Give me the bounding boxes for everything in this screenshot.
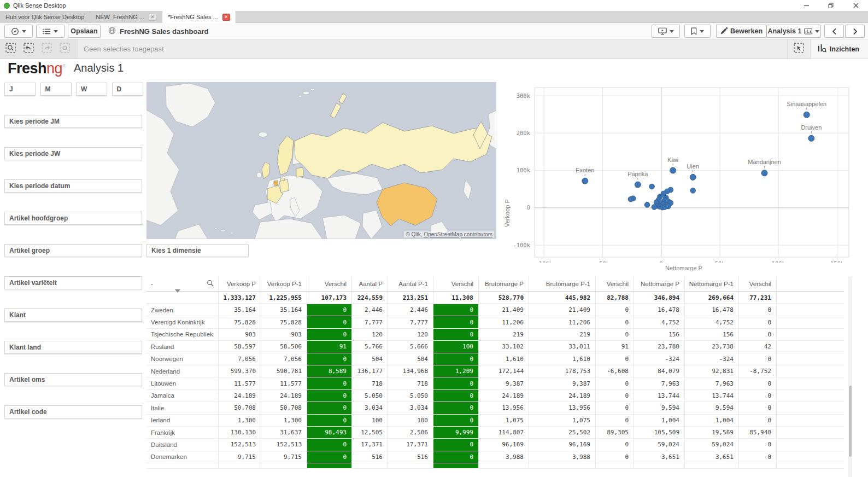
- filter-artikel-groep[interactable]: Artikel groep: [4, 244, 142, 257]
- scatter-chart[interactable]: Verkoop P -100k-50k050k100k150k300k200k1…: [503, 82, 865, 275]
- dimension-cell[interactable]: Nederland: [146, 365, 219, 377]
- filter-klant-land[interactable]: Klant land: [4, 341, 142, 354]
- dimension-cell[interactable]: Noorwegen: [146, 353, 219, 365]
- scatter-point[interactable]: [690, 188, 696, 194]
- window-title: Qlik Sense Desktop: [13, 2, 66, 9]
- navigation-menu-button[interactable]: [4, 25, 33, 38]
- measure-cell: 24,189: [261, 390, 307, 402]
- measure-cell: 0: [739, 377, 777, 389]
- filter-artikel-code[interactable]: Artikel code: [4, 405, 142, 418]
- dimension-cell[interactable]: Rusland: [146, 341, 219, 353]
- dimension-cell[interactable]: Frankrijk: [146, 427, 219, 439]
- insights-button[interactable]: Inzichten: [810, 39, 868, 59]
- measure-cell: 152,513: [219, 439, 261, 451]
- column-header-label: -: [151, 281, 153, 287]
- scatter-point-uien[interactable]: [690, 174, 696, 180]
- scatter-point-druiven[interactable]: [808, 135, 814, 141]
- previous-sheet-button[interactable]: [824, 25, 844, 38]
- filter-kies-periode-datum[interactable]: Kies periode datum: [4, 179, 142, 193]
- dimension-cell[interactable]: Duitsland: [146, 439, 219, 451]
- step-back-icon[interactable]: [24, 43, 34, 55]
- column-header-Verschil[interactable]: Verschil: [596, 276, 634, 292]
- measure-cell: 5,666: [388, 341, 433, 353]
- selections-tool-button[interactable]: [787, 39, 810, 59]
- dimension-cell[interactable]: Denemarken: [146, 451, 219, 463]
- column-header-Verschil[interactable]: Verschil: [433, 276, 479, 292]
- column-header-Brutomarge P[interactable]: Brutomarge P: [479, 276, 529, 292]
- map-canvas[interactable]: [146, 82, 496, 239]
- column-header--[interactable]: -: [146, 276, 219, 292]
- search-icon[interactable]: [207, 280, 214, 288]
- scatter-point[interactable]: [644, 202, 650, 208]
- measure-cell: 120: [352, 329, 388, 341]
- table-scrollbar[interactable]: [848, 276, 852, 477]
- column-header-Aantal P[interactable]: Aantal P: [352, 276, 388, 292]
- measure-cell: 31,637: [261, 427, 307, 439]
- minimize-icon[interactable]: [794, 0, 819, 11]
- column-header-Brutomarge P-1[interactable]: Brutomarge P-1: [529, 276, 596, 292]
- save-button[interactable]: Opslaan: [68, 25, 101, 38]
- edit-button[interactable]: Bewerken: [716, 25, 766, 38]
- column-header-Verkoop P[interactable]: Verkoop P: [219, 276, 261, 292]
- tab-close-icon[interactable]: ✕: [222, 14, 230, 21]
- filter-kies-periode-jm[interactable]: Kies periode JM: [4, 115, 142, 128]
- restore-icon[interactable]: [819, 0, 843, 11]
- filter-artikel-hoofdgroep[interactable]: Artikel hoofdgroep: [4, 212, 142, 225]
- scatter-point[interactable]: [666, 203, 671, 209]
- filter-klant[interactable]: Klant: [4, 309, 142, 322]
- close-icon[interactable]: [843, 0, 868, 11]
- dimension-cell[interactable]: Zweden: [146, 304, 219, 316]
- dimension-cell[interactable]: Tsjechische Republiek: [146, 329, 219, 341]
- scatter-point-kiwi[interactable]: [670, 167, 676, 173]
- filter-kies-periode-jw[interactable]: Kies periode JW: [4, 147, 142, 160]
- table-scrollbar-thumb[interactable]: [849, 386, 852, 457]
- column-header-Aantal P-1[interactable]: Aantal P-1: [388, 276, 433, 292]
- tab-2[interactable]: *FreshNG Sales ...✕: [162, 11, 236, 23]
- scatter-point-mandarijnen[interactable]: [761, 170, 767, 176]
- tab-0[interactable]: Hub voor Qlik Sense Desktop: [0, 11, 90, 23]
- dimension-cell[interactable]: Ierland: [146, 415, 219, 427]
- dimension-cell[interactable]: Italie: [146, 402, 219, 414]
- measure-cell: 12,505: [352, 427, 388, 439]
- map-dimension-filter[interactable]: Kies 1 dimensie: [146, 244, 249, 257]
- filter-w[interactable]: W: [76, 83, 107, 96]
- insights-icon: [817, 44, 826, 54]
- scatter-point[interactable]: [652, 205, 657, 210]
- measure-cell: 21,409: [529, 304, 596, 316]
- scatter-point[interactable]: [649, 184, 655, 189]
- tab-1[interactable]: NEW_FreshNG ...✕: [90, 11, 162, 23]
- column-header-Nettomarge P-1[interactable]: Nettomarge P-1: [685, 276, 739, 292]
- scatter-point[interactable]: [628, 196, 634, 202]
- column-header-Verschil[interactable]: Verschil: [739, 276, 777, 292]
- tab-close-icon[interactable]: ✕: [149, 14, 156, 21]
- scatter-plot-area[interactable]: -100k-50k050k100k150k300k200k100k0-100kS…: [503, 82, 865, 263]
- dimension-cell[interactable]: Verenigd Koninkrijk: [146, 316, 219, 328]
- scatter-point-exoten[interactable]: [582, 178, 588, 184]
- filter-artikel-oms[interactable]: Artikel oms: [4, 373, 142, 386]
- column-header-Nettomarge P[interactable]: Nettomarge P: [634, 276, 685, 292]
- measure-cell: 0: [739, 390, 777, 402]
- measure-cell: 0: [433, 390, 479, 402]
- sheet-selector-button[interactable]: Analysis 1: [766, 25, 821, 38]
- app-menu-button[interactable]: [36, 25, 64, 38]
- column-header-Verschil[interactable]: Verschil: [307, 276, 352, 292]
- filter-j[interactable]: J: [4, 83, 36, 96]
- map-chart[interactable]: © Qlik, OpenStreetMap contributors: [146, 82, 496, 239]
- freshng-logo: Freshng®: [8, 60, 66, 77]
- filter-artikel-variëteit[interactable]: Artikel variëteit: [4, 276, 142, 289]
- measure-cell: 0: [596, 377, 634, 389]
- dimension-cell[interactable]: Litouwen: [146, 377, 219, 389]
- dimension-cell[interactable]: Jamaica: [146, 390, 219, 402]
- scatter-x-axis-title: Nettomarge P: [503, 265, 865, 271]
- column-header-Verkoop P-1[interactable]: Verkoop P-1: [261, 276, 307, 292]
- filter-m[interactable]: M: [40, 83, 72, 96]
- filter-d[interactable]: D: [112, 83, 143, 96]
- presentation-button[interactable]: [652, 25, 680, 38]
- osm-link[interactable]: OpenStreetMap contributors: [424, 231, 492, 237]
- scatter-point-sinaasappelen[interactable]: [804, 112, 810, 118]
- search-selections-icon[interactable]: [5, 43, 16, 55]
- bookmark-button[interactable]: [684, 25, 711, 38]
- next-sheet-button[interactable]: [845, 25, 865, 38]
- point-label: Exoten: [576, 167, 594, 173]
- scatter-point-paprika[interactable]: [635, 182, 641, 188]
